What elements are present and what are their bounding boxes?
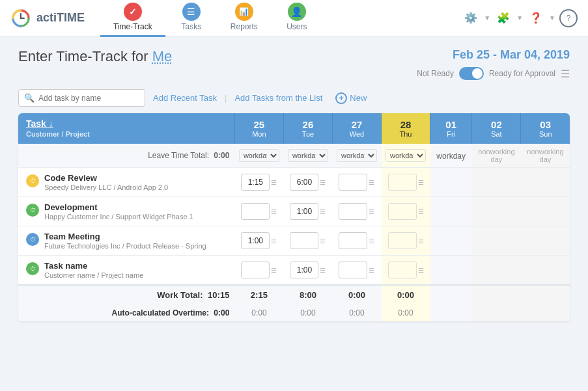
user-avatar[interactable]: ? xyxy=(559,9,578,27)
day-01-label: 01 xyxy=(433,119,469,130)
puzzle-button[interactable]: 🧩 xyxy=(494,9,512,27)
time-menu-1-25[interactable]: ☰ xyxy=(271,179,277,186)
search-input[interactable] xyxy=(38,94,130,103)
new-button[interactable]: + New xyxy=(330,92,372,104)
search-icon: 🔍 xyxy=(24,93,35,103)
time-cell-2-01 xyxy=(430,197,472,226)
day-fri-label: Fri xyxy=(433,130,469,138)
work-total-value: 10:15 xyxy=(208,290,229,300)
time-menu-3-28[interactable]: ☰ xyxy=(418,237,424,245)
time-menu-3-27[interactable]: ☰ xyxy=(369,237,374,245)
time-input-3-27[interactable] xyxy=(339,232,367,249)
time-menu-2-25[interactable]: ☰ xyxy=(271,208,277,215)
time-input-1-28[interactable] xyxy=(388,174,417,191)
time-input-3-26[interactable] xyxy=(290,232,318,249)
work-total-26: 8:00 xyxy=(283,285,332,304)
approval-toggle[interactable] xyxy=(459,67,484,80)
time-input-2-27[interactable] xyxy=(339,203,367,220)
time-input-3-28[interactable] xyxy=(388,232,417,249)
task-sub-1: Speedy Delivery LLC / Android App 2.0 xyxy=(44,183,168,191)
title-user[interactable]: Me xyxy=(152,48,173,64)
day-thu-label: Thu xyxy=(384,130,427,138)
task-icon-3: ⏱ xyxy=(26,233,39,246)
time-menu-3-26[interactable]: ☰ xyxy=(320,237,326,245)
workday-select-25[interactable]: workday xyxy=(239,149,279,162)
task-cell-3: ⏱ Team Meeting Future Technologies Inc /… xyxy=(18,226,234,256)
task-sub-label: Customer / Project xyxy=(26,130,90,138)
time-menu-3-25[interactable]: ☰ xyxy=(271,237,277,245)
not-ready-label: Not Ready xyxy=(417,69,454,78)
auto-02 xyxy=(472,304,521,321)
nav-item-reports[interactable]: 📊 Reports xyxy=(217,0,271,37)
time-menu-2-27[interactable]: ☰ xyxy=(369,208,374,215)
time-menu-1-26[interactable]: ☰ xyxy=(320,179,326,186)
help-button[interactable]: ❓ xyxy=(527,9,545,27)
task-name-4: Task name xyxy=(44,261,143,271)
workday-select-26[interactable]: workday xyxy=(288,149,328,162)
nav-label-tasks: Tasks xyxy=(181,22,201,31)
time-cell-1-02 xyxy=(472,168,521,197)
time-cell-1-01 xyxy=(430,168,472,197)
time-input-2-25[interactable] xyxy=(241,203,270,220)
workday-select-27[interactable]: workday xyxy=(337,149,377,162)
main-content: Enter Time-Track for Me Feb 25 - Mar 04,… xyxy=(0,36,588,321)
task-icon-2: ⏱ xyxy=(26,204,39,217)
time-input-1-25[interactable] xyxy=(241,174,270,191)
workday-select-28[interactable]: workday xyxy=(385,149,426,162)
time-input-3-25[interactable] xyxy=(241,232,270,249)
help-arrow: ▼ xyxy=(549,14,555,21)
task-sort-link[interactable]: Task ↓ xyxy=(26,118,53,129)
nav-item-time-track[interactable]: ✓ Time-Track xyxy=(100,0,165,37)
auto-overtime-row: Auto-calculated Overtime: 0:00 0:00 0:00… xyxy=(18,304,570,321)
time-input-4-27[interactable] xyxy=(339,262,367,278)
add-recent-task-link[interactable]: Add Recent Task xyxy=(145,93,225,103)
leave-label: Leave Time Total: xyxy=(148,151,209,160)
nav-item-users[interactable]: 👤 Users xyxy=(271,0,323,37)
time-input-1-26[interactable] xyxy=(290,174,318,191)
time-menu-1-28[interactable]: ☰ xyxy=(418,179,424,186)
task-icon-1: ⏱ xyxy=(26,174,39,187)
plus-circle-icon: + xyxy=(335,92,347,104)
time-menu-4-28[interactable]: ☰ xyxy=(418,267,424,274)
leave-label-cell: Leave Time Total: 0:00 xyxy=(18,144,234,168)
leave-02: nonworkingday xyxy=(472,144,521,168)
time-input-2-26[interactable] xyxy=(290,203,318,220)
task-name-1: Code Review xyxy=(44,173,168,183)
time-input-4-26[interactable] xyxy=(290,262,318,278)
nav-label-time-track: Time-Track xyxy=(113,22,152,31)
work-total-row: Work Total: 10:15 2:15 8:00 0:00 0:00 xyxy=(18,285,570,304)
col-header-03: 03 Sun xyxy=(521,113,570,144)
nav-label-users: Users xyxy=(287,22,307,31)
time-cell-3-01 xyxy=(430,226,472,256)
time-menu-1-27[interactable]: ☰ xyxy=(369,179,374,186)
leave-26: workday xyxy=(283,144,332,168)
time-input-1-27[interactable] xyxy=(339,174,367,191)
time-cell-4-02 xyxy=(472,256,521,286)
time-menu-4-25[interactable]: ☰ xyxy=(271,267,277,274)
time-menu-4-27[interactable]: ☰ xyxy=(369,267,374,274)
settings-button[interactable]: ⚙️ xyxy=(462,9,480,27)
day-sun-label: Sun xyxy=(524,130,567,138)
list-view-icon[interactable]: ☰ xyxy=(561,68,570,80)
time-menu-4-26[interactable]: ☰ xyxy=(320,267,326,274)
page-title: Enter Time-Track for Me xyxy=(18,48,172,65)
nav-label-reports: Reports xyxy=(231,22,258,31)
time-menu-2-26[interactable]: ☰ xyxy=(320,208,326,215)
col-header-27: 27 Wed xyxy=(332,113,381,144)
task-column-header: Task ↓ Customer / Project xyxy=(18,113,234,144)
time-input-4-28[interactable] xyxy=(388,262,417,278)
time-input-2-28[interactable] xyxy=(388,203,417,220)
toolbar: 🔍 Add Recent Task | Add Tasks from the L… xyxy=(18,89,570,107)
work-total-02 xyxy=(472,285,521,304)
task-sub-2: Happy Customer Inc / Support Widget Phas… xyxy=(44,213,193,221)
work-total-label: Work Total: xyxy=(157,290,203,300)
nav-item-tasks[interactable]: ☰ Tasks xyxy=(165,0,217,37)
time-input-4-25[interactable] xyxy=(241,262,270,278)
work-total-27: 0:00 xyxy=(332,285,381,304)
time-cell-3-28: ☰ xyxy=(382,226,430,256)
add-from-list-link[interactable]: Add Tasks from the List xyxy=(227,93,330,103)
task-header-inner: Task ↓ Customer / Project xyxy=(26,118,227,139)
task-name-2: Development xyxy=(44,202,193,212)
time-menu-2-28[interactable]: ☰ xyxy=(418,208,424,215)
time-cell-1-26: ☰ xyxy=(283,168,332,197)
